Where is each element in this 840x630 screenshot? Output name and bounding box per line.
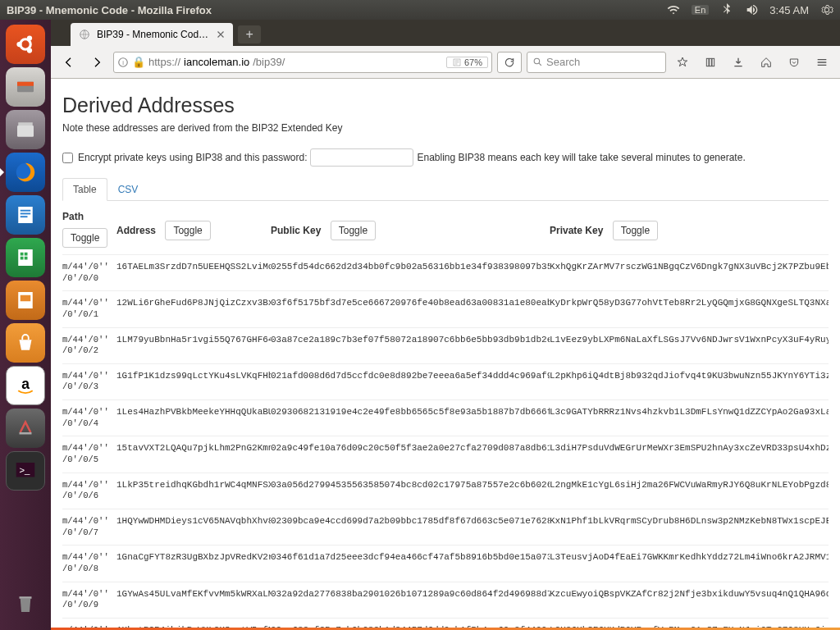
svg-rect-11 xyxy=(21,213,31,215)
bip38-label-pre: Encrypt private keys using BIP38 and thi… xyxy=(78,152,307,163)
svg-text:>_: >_ xyxy=(20,465,31,475)
table-header: Path Toggle Address Toggle Public Key To… xyxy=(62,208,829,254)
toggle-path-button[interactable]: Toggle xyxy=(62,228,107,248)
table-row: m/44'/0''/0'/0/016TAELm3SrzdD7n5UEEHQSS2… xyxy=(62,254,829,290)
writer-icon[interactable] xyxy=(6,195,45,235)
svg-rect-5 xyxy=(17,82,34,86)
language-indicator[interactable]: En xyxy=(692,5,709,15)
address-table: Path Toggle Address Toggle Public Key To… xyxy=(62,208,829,630)
cell-pubkey: 02930682131919e4c2e49fe8bb6565c5f8e93a5b… xyxy=(271,407,550,417)
settings-icon[interactable] xyxy=(6,409,45,448)
toggle-privkey-button[interactable]: Toggle xyxy=(613,221,658,240)
back-button[interactable] xyxy=(57,51,80,74)
nav-toolbar: i 🔒 https://iancoleman.io/bip39/ 67% Sea… xyxy=(51,46,840,79)
search-placeholder: Search xyxy=(546,56,580,68)
amazon-icon[interactable]: a xyxy=(6,366,45,405)
forward-button[interactable] xyxy=(85,51,108,74)
menu-button[interactable] xyxy=(810,51,833,74)
new-tab-button[interactable]: + xyxy=(238,25,261,43)
bluetooth-icon[interactable] xyxy=(720,3,733,16)
table-row: m/44'/0''/0'/0/71HQYwWDHMDieys1cV65NAVqb… xyxy=(62,509,829,545)
reload-button[interactable] xyxy=(497,52,522,73)
svg-rect-16 xyxy=(21,257,24,260)
software-center-icon[interactable] xyxy=(6,323,45,363)
tab-table[interactable]: Table xyxy=(62,178,107,201)
url-path: /bip39/ xyxy=(253,56,285,68)
table-row: m/44'/0''/0'/0/21LM79yuBbnHa5r1vgi55Q767… xyxy=(62,327,829,363)
library-button[interactable] xyxy=(699,51,722,74)
cell-address: 1HQYwWDHMDieys1cV65NAVqbhXhv82qaXR xyxy=(116,516,271,526)
svg-rect-12 xyxy=(21,216,28,217)
tab-csv[interactable]: CSV xyxy=(107,178,149,201)
svg-rect-10 xyxy=(21,210,31,212)
clock[interactable]: 3:45 AM xyxy=(769,4,809,16)
bip38-checkbox[interactable] xyxy=(62,153,73,163)
bip38-row: Encrypt private keys using BIP38 and thi… xyxy=(62,148,829,167)
zoom-indicator[interactable]: 67% xyxy=(446,57,488,68)
cell-path: m/44'/0''/0'/0/1 xyxy=(62,298,116,320)
cell-address: 1Les4HazhPVBkbMeekeYHHqQUkaBUg9QEo xyxy=(116,407,271,417)
dash-icon[interactable] xyxy=(6,25,45,64)
cell-privkey: L2ngMkE1cYgL6siHj2ma26FWCVuWaRmyRJY6Q8uK… xyxy=(550,480,829,490)
toggle-address-button[interactable]: Toggle xyxy=(165,221,210,240)
svg-rect-17 xyxy=(25,257,28,260)
cell-pubkey: 032a92da2776838ba2901026b1071289a9c60d86… xyxy=(271,589,550,599)
url-host: iancoleman.io xyxy=(184,56,249,68)
lock-icon: 🔒 xyxy=(132,56,145,68)
info-icon[interactable]: i xyxy=(117,57,129,68)
unity-launcher: a >_ xyxy=(0,20,51,630)
firefox-icon[interactable] xyxy=(6,153,45,192)
close-icon[interactable] xyxy=(215,29,226,40)
svg-rect-6 xyxy=(18,122,33,126)
table-row: m/44'/0''/0'/0/41Les4HazhPVBkbMeekeYHHqQ… xyxy=(62,399,829,436)
volume-icon[interactable] xyxy=(745,3,758,16)
page-title: Derived Addresses xyxy=(62,94,829,117)
browser-tab[interactable]: BIP39 - Mnemonic Cod… xyxy=(71,23,233,46)
files-icon[interactable] xyxy=(6,110,45,149)
trash-icon[interactable] xyxy=(6,584,45,623)
gear-icon[interactable] xyxy=(820,3,833,16)
cell-privkey: L1vEez9ybLXPm6NaLaXfLSGsJ7Vv6NDJwrsV1Wxn… xyxy=(550,335,829,345)
svg-text:i: i xyxy=(122,58,124,66)
url-bar[interactable]: i 🔒 https://iancoleman.io/bip39/ 67% xyxy=(113,52,492,73)
cell-path: m/44'/0''/0'/0/0 xyxy=(62,262,116,284)
table-row: m/44'/0''/0'/0/91GYwAs45ULvaMfEKfvvMm5kW… xyxy=(62,582,829,618)
cell-pubkey: 0255fd54dc662d2d34bb0fc9b02a56316bb1e34f… xyxy=(271,262,550,272)
cell-privkey: KzcuEwyoiQBspVKZAfCr82j2Nfje3bxikduwY5vs… xyxy=(550,589,829,599)
globe-icon xyxy=(79,29,90,40)
cell-pubkey: 03f6f5175bf3d7e5ce666720976fe40b8ead63a0… xyxy=(271,298,550,308)
cell-pubkey: 03a056d27994535563585074bc8cd02c17975a87… xyxy=(271,480,550,490)
cell-path: m/44'/0''/0'/0/4 xyxy=(62,407,116,429)
reader-icon xyxy=(452,57,462,67)
download-button[interactable] xyxy=(727,51,750,74)
cell-privkey: KxhQgKrZArMV7rsczWG1NBgqCzV6Dngk7gNX3uVB… xyxy=(550,262,829,272)
cell-address: 12WLi6rGheFud6P8JNjQizCzxv3BxUPD69 xyxy=(116,298,271,308)
cell-pubkey: 0346f61d1a7d25eee3dcf94ea466cf47af5b8916… xyxy=(271,552,550,562)
cell-address: 1LM79yuBbnHa5r1vgi55Q767GHF64x46g9 xyxy=(116,335,271,345)
cell-privkey: KxN1Phf1bLkVRqrmSCyDrub8H6DLnsw3p2NMzKeb… xyxy=(550,516,829,526)
url-protocol: https:// xyxy=(148,56,180,68)
zoom-value: 67% xyxy=(464,57,482,67)
cell-address: 1G1fP1K1dzs99qLctYKu4sLVKqFHbf5vLP xyxy=(116,371,271,381)
terminal-icon[interactable]: >_ xyxy=(6,451,45,491)
header-address: Address xyxy=(116,225,156,236)
bookmark-button[interactable] xyxy=(671,51,694,74)
home-button[interactable] xyxy=(755,51,778,74)
svg-rect-19 xyxy=(21,295,31,302)
table-row: m/44'/0''/0'/0/61LkP35treidhqKGbdh1rWC4q… xyxy=(62,472,829,509)
bip38-password-input[interactable] xyxy=(310,148,413,167)
impress-icon[interactable] xyxy=(6,281,45,320)
cell-path: m/44'/0''/0'/0/3 xyxy=(62,371,116,393)
wifi-icon[interactable] xyxy=(667,3,680,16)
disk-utility-icon[interactable] xyxy=(6,67,45,107)
window-title: BIP39 - Mnemonic Code - Mozilla Firefox xyxy=(7,4,212,16)
search-bar[interactable]: Search xyxy=(527,52,666,73)
calc-icon[interactable] xyxy=(6,238,45,277)
toggle-pubkey-button[interactable]: Toggle xyxy=(331,221,376,240)
table-row: m/44'/0''/0'/0/81GnaCgFYT8zR3UgBXbzJpVRe… xyxy=(62,545,829,581)
pocket-button[interactable] xyxy=(783,51,806,74)
svg-point-29 xyxy=(534,58,540,64)
svg-text:a: a xyxy=(21,376,30,392)
svg-rect-31 xyxy=(710,58,712,66)
header-pubkey: Public Key xyxy=(271,225,321,236)
